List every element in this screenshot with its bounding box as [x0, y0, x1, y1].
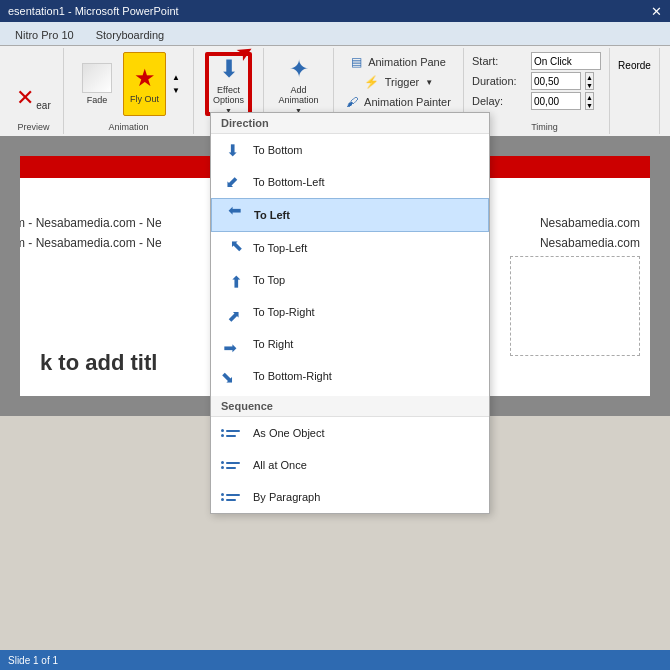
to-right-icon: ⬇	[221, 333, 243, 355]
delay-label: Delay:	[472, 95, 527, 107]
animation-pane-label: Animation Pane	[368, 56, 446, 68]
dashed-placeholder-box	[510, 256, 640, 356]
ribbon-tabs: Nitro Pro 10 Storyboarding	[0, 22, 670, 46]
timing-label: Timing	[472, 122, 617, 132]
direction-to-bottom-right[interactable]: ⬇ To Bottom-Right	[211, 360, 489, 392]
trigger-label: Trigger	[385, 76, 419, 88]
delay-row: Delay: ▲ ▼	[472, 92, 601, 110]
animation-buttons: Fade ★ Fly Out ▲ ▼	[75, 52, 182, 116]
direction-to-top-right[interactable]: ⬇ To Top-Right	[211, 296, 489, 328]
to-top-left-label: To Top-Left	[253, 242, 307, 254]
slide-text-line-2: m - Nesabamedia.com - Ne	[20, 236, 162, 250]
start-dropdown[interactable]: On Click	[531, 52, 601, 70]
duration-input[interactable]	[531, 72, 581, 90]
animation-label: Animation	[64, 122, 193, 132]
as-one-icon	[221, 422, 243, 444]
ribbon-group-reorder: Reorde	[610, 48, 660, 134]
to-top-icon: ⬇	[221, 269, 243, 291]
direction-to-left[interactable]: ⬇ To Left	[211, 198, 489, 232]
to-top-label: To Top	[253, 274, 285, 286]
effect-options-icon: ⬇	[219, 55, 239, 83]
preview-buttons: ✕ ear	[9, 52, 59, 116]
by-paragraph-icon	[221, 486, 243, 508]
clear-icon: ✕	[16, 85, 34, 111]
trigger-icon: ⚡	[364, 75, 379, 89]
to-right-label: To Right	[253, 338, 293, 350]
slide-right-text-2: Nesabamedia.com	[540, 236, 640, 250]
ribbon-group-preview: ✕ ear Preview	[4, 48, 64, 134]
direction-to-right[interactable]: ⬇ To Right	[211, 328, 489, 360]
close-button[interactable]: ✕	[651, 4, 662, 19]
add-animation-label: Add Animation	[277, 85, 320, 105]
slide-text-line-1: m - Nesabamedia.com - Ne	[20, 216, 162, 230]
to-top-right-icon: ⬇	[216, 296, 247, 327]
status-bar: Slide 1 of 1	[0, 650, 670, 670]
sequence-by-paragraph[interactable]: By Paragraph	[211, 481, 489, 513]
preview-label: Preview	[4, 122, 63, 132]
duration-down[interactable]: ▼	[586, 81, 593, 89]
animation-painter-icon: 🖌	[346, 95, 358, 109]
animation-painter-button[interactable]: 🖌 Animation Painter	[344, 94, 453, 110]
effect-options-label: Effect Options	[213, 85, 244, 105]
tab-storyboard[interactable]: Storyboarding	[85, 23, 176, 45]
scroll-arrows: ▲ ▼	[170, 52, 182, 116]
sequence-as-one[interactable]: As One Object	[211, 417, 489, 449]
delay-spinner[interactable]: ▲ ▼	[585, 92, 594, 110]
delay-up[interactable]: ▲	[586, 93, 593, 101]
title-bar-text: esentation1 - Microsoft PowerPoint	[8, 5, 651, 17]
clear-button[interactable]: ✕ ear	[9, 52, 59, 116]
duration-row: Duration: ▲ ▼	[472, 72, 601, 90]
fade-button[interactable]: Fade	[75, 52, 119, 116]
add-animation-icon: ✦	[289, 55, 309, 83]
to-bottom-left-label: To Bottom-Left	[253, 176, 325, 188]
delay-down[interactable]: ▼	[586, 101, 593, 109]
clear-label: ear	[36, 100, 50, 111]
to-bottom-left-icon: ⬇	[216, 166, 247, 197]
tab-nitro[interactable]: Nitro Pro 10	[4, 23, 85, 45]
scroll-up[interactable]: ▲	[170, 71, 182, 84]
duration-spinner[interactable]: ▲ ▼	[585, 72, 594, 90]
slide-right-text-1: Nesabamedia.com	[540, 216, 640, 230]
start-row: Start: On Click	[472, 52, 601, 70]
scroll-down[interactable]: ▼	[170, 84, 182, 97]
flyout-button[interactable]: ★ Fly Out	[123, 52, 166, 116]
as-one-label: As One Object	[253, 427, 325, 439]
flyout-icon: ★	[134, 64, 156, 92]
duration-label: Duration:	[472, 75, 527, 87]
status-text: Slide 1 of 1	[8, 655, 58, 666]
ribbon-group-animation: Fade ★ Fly Out ▲ ▼ Animation	[64, 48, 194, 134]
animation-painter-label: Animation Painter	[364, 96, 451, 108]
add-animation-buttons: ✦ Add Animation ▼	[270, 52, 327, 116]
to-top-right-label: To Top-Right	[253, 306, 315, 318]
flyout-label: Fly Out	[130, 94, 159, 104]
sequence-all-at-once[interactable]: All at Once	[211, 449, 489, 481]
duration-up[interactable]: ▲	[586, 73, 593, 81]
to-bottom-icon: ⬇	[221, 139, 243, 161]
to-top-left-icon: ⬇	[216, 232, 247, 263]
animation-pane-button[interactable]: ▤ Animation Pane	[349, 54, 448, 70]
effect-options-dropdown: Direction ⬇ To Bottom ⬇ To Bottom-Left ⬇…	[210, 112, 490, 514]
direction-section-label: Direction	[211, 113, 489, 134]
all-at-once-label: All at Once	[253, 459, 307, 471]
direction-to-top[interactable]: ⬇ To Top	[211, 264, 489, 296]
title-bar: esentation1 - Microsoft PowerPoint ✕	[0, 0, 670, 22]
add-animation-button[interactable]: ✦ Add Animation ▼	[270, 52, 327, 116]
to-left-label: To Left	[254, 209, 290, 221]
delay-input[interactable]	[531, 92, 581, 110]
animation-pane-icon: ▤	[351, 55, 362, 69]
fade-icon	[82, 63, 112, 93]
all-at-once-icon	[221, 454, 243, 476]
to-bottom-right-icon: ⬇	[216, 360, 247, 391]
by-paragraph-label: By Paragraph	[253, 491, 320, 503]
sequence-section-label: Sequence	[211, 396, 489, 417]
direction-to-bottom-left[interactable]: ⬇ To Bottom-Left	[211, 166, 489, 198]
trigger-button[interactable]: ⚡ Trigger ▼	[362, 74, 435, 90]
to-left-icon: ⬇	[222, 204, 244, 226]
to-bottom-label: To Bottom	[253, 144, 303, 156]
to-bottom-right-label: To Bottom-Right	[253, 370, 332, 382]
start-label: Start:	[472, 55, 527, 67]
direction-to-top-left[interactable]: ⬇ To Top-Left	[211, 232, 489, 264]
reorder-label: Reorde	[618, 60, 651, 71]
slide-title-placeholder[interactable]: k to add titl	[40, 350, 157, 376]
direction-to-bottom[interactable]: ⬇ To Bottom	[211, 134, 489, 166]
